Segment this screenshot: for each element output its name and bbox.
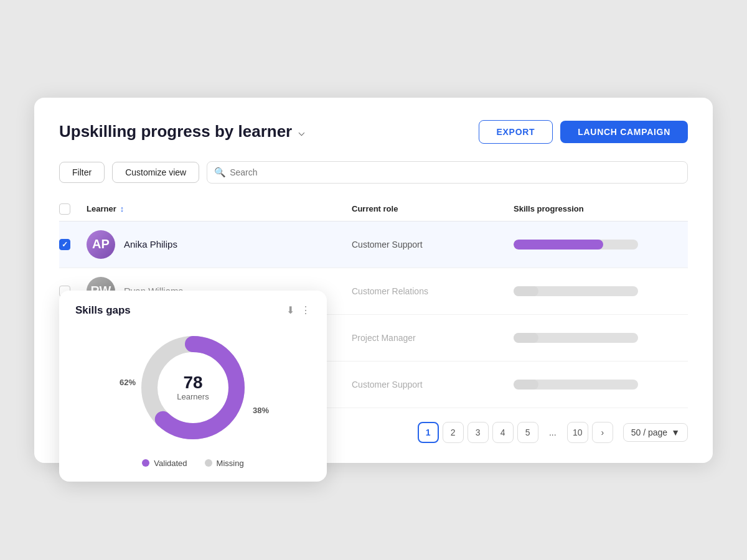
page-btn[interactable]: ... xyxy=(542,422,563,443)
missing-pct-label: 38% xyxy=(253,406,269,415)
pagination-next-button[interactable]: › xyxy=(592,422,613,443)
page-btn[interactable]: 3 xyxy=(467,422,489,443)
validated-dot xyxy=(142,459,149,467)
role-cell: Customer Support xyxy=(352,240,514,250)
page-btn[interactable]: 4 xyxy=(492,422,514,443)
skills-gaps-actions: ⬇ ⋮ xyxy=(286,304,311,316)
legend-missing: Missing xyxy=(205,459,244,468)
progress-bar xyxy=(514,333,688,343)
legend-validated: Validated xyxy=(142,459,187,468)
role-cell: Customer Relations xyxy=(352,286,514,296)
title-group: Upskilling progress by learner ⌵ xyxy=(59,122,305,141)
toolbar-row: Filter Customize view 🔍 xyxy=(59,161,688,184)
page-btn[interactable]: 5 xyxy=(517,422,538,443)
download-icon[interactable]: ⬇ xyxy=(286,304,294,316)
row-checkbox[interactable] xyxy=(59,239,70,250)
export-button[interactable]: EXPORT xyxy=(479,120,553,144)
role-cell: Customer Support xyxy=(352,380,514,390)
col-head-skills: Skills progression xyxy=(514,204,688,213)
skills-gaps-card: Skills gaps ⬇ ⋮ 78 Learners xyxy=(59,291,327,482)
missing-dot xyxy=(205,459,212,467)
table-header: Learner ↕ Current role Skills progressio… xyxy=(59,197,688,222)
skills-gaps-title: Skills gaps xyxy=(75,304,131,317)
donut-center: 78 Learners xyxy=(177,373,209,402)
learner-name: Anika Philips xyxy=(124,239,177,250)
sort-icon[interactable]: ↕ xyxy=(120,204,125,213)
col-head-learner: Learner ↕ xyxy=(87,204,352,213)
progress-bar xyxy=(514,286,688,296)
donut-label: Learners xyxy=(177,392,209,401)
progress-bar xyxy=(514,380,688,390)
learner-cell: AP Anika Philips xyxy=(87,230,352,259)
pagination-pages: 12345...10 xyxy=(418,422,588,443)
customize-view-button[interactable]: Customize view xyxy=(112,162,199,183)
page-btn[interactable]: 1 xyxy=(418,422,439,443)
donut-chart: 78 Learners 62% 38% xyxy=(131,325,255,450)
legend-row: Validated Missing xyxy=(75,459,311,468)
role-cell: Project Manager xyxy=(352,333,514,343)
donut-area: 78 Learners 62% 38% xyxy=(75,325,311,450)
page-title: Upskilling progress by learner xyxy=(59,122,292,141)
header-buttons: EXPORT LAUNCH CAMPAIGN xyxy=(479,120,688,144)
col-head-role: Current role xyxy=(352,204,514,213)
filter-button[interactable]: Filter xyxy=(59,162,105,183)
skills-gaps-header: Skills gaps ⬇ ⋮ xyxy=(75,304,311,317)
title-chevron-icon[interactable]: ⌵ xyxy=(298,125,305,139)
page-btn[interactable]: 10 xyxy=(567,422,588,443)
header-row: Upskilling progress by learner ⌵ EXPORT … xyxy=(59,120,688,144)
search-input[interactable] xyxy=(207,161,688,184)
search-wrap: 🔍 xyxy=(207,161,688,184)
avatar: AP xyxy=(87,230,115,259)
launch-campaign-button[interactable]: LAUNCH CAMPAIGN xyxy=(560,121,688,143)
progress-bar xyxy=(514,240,688,250)
per-page-chevron-icon: ▼ xyxy=(671,427,680,437)
validated-pct-label: 62% xyxy=(120,378,136,387)
per-page-select[interactable]: 50 / page ▼ xyxy=(623,423,688,442)
select-all-checkbox[interactable] xyxy=(59,203,70,215)
donut-total: 78 xyxy=(177,373,209,393)
table-row: AP Anika Philips Customer Support xyxy=(59,222,688,268)
more-options-icon[interactable]: ⋮ xyxy=(301,304,311,316)
main-card: Upskilling progress by learner ⌵ EXPORT … xyxy=(34,98,713,463)
page-btn[interactable]: 2 xyxy=(443,422,464,443)
